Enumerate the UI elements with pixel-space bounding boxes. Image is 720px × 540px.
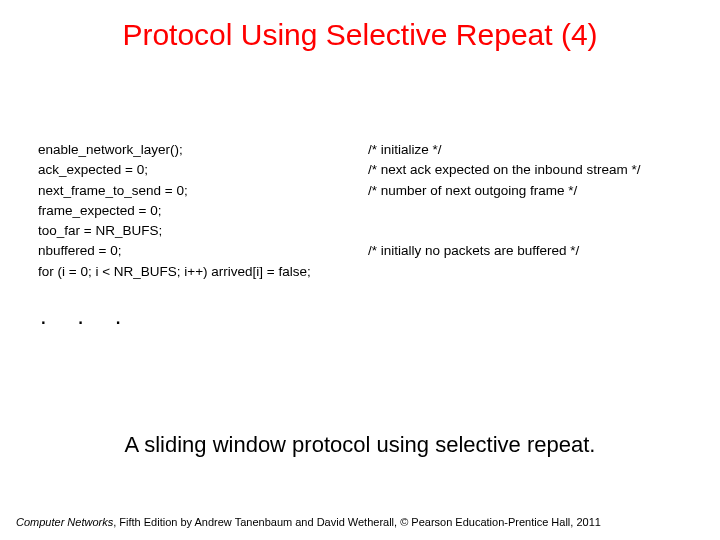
code-stmt: frame_expected = 0; <box>38 201 368 221</box>
code-line: next_frame_to_send = 0; /* number of nex… <box>38 181 688 201</box>
code-line: too_far = NR_BUFS; <box>38 221 688 241</box>
caption: A sliding window protocol using selectiv… <box>0 432 720 458</box>
page-title: Protocol Using Selective Repeat (4) <box>0 0 720 52</box>
code-stmt: nbuffered = 0; <box>38 241 368 261</box>
footer-book: Computer Networks <box>16 516 113 528</box>
code-comment: /* number of next outgoing frame */ <box>368 181 577 201</box>
code-stmt: for (i = 0; i < NR_BUFS; i++) arrived[i]… <box>38 262 368 282</box>
footer-rest: , Fifth Edition by Andrew Tanenbaum and … <box>113 516 601 528</box>
code-block: enable_network_layer(); /* initialize */… <box>38 140 688 328</box>
code-line: enable_network_layer(); /* initialize */ <box>38 140 688 160</box>
code-comment: /* initialize */ <box>368 140 442 160</box>
code-line: for (i = 0; i < NR_BUFS; i++) arrived[i]… <box>38 262 688 282</box>
code-line: ack_expected = 0; /* next ack expected o… <box>38 160 688 180</box>
code-stmt: enable_network_layer(); <box>38 140 368 160</box>
footer: Computer Networks, Fifth Edition by Andr… <box>16 516 601 528</box>
code-stmt: too_far = NR_BUFS; <box>38 221 368 241</box>
code-comment: /* next ack expected on the inbound stre… <box>368 160 640 180</box>
code-line: frame_expected = 0; <box>38 201 688 221</box>
code-ellipsis: . . . <box>38 282 688 328</box>
code-comment: /* initially no packets are buffered */ <box>368 241 579 261</box>
code-line: nbuffered = 0; /* initially no packets a… <box>38 241 688 261</box>
code-stmt: ack_expected = 0; <box>38 160 368 180</box>
code-stmt: next_frame_to_send = 0; <box>38 181 368 201</box>
